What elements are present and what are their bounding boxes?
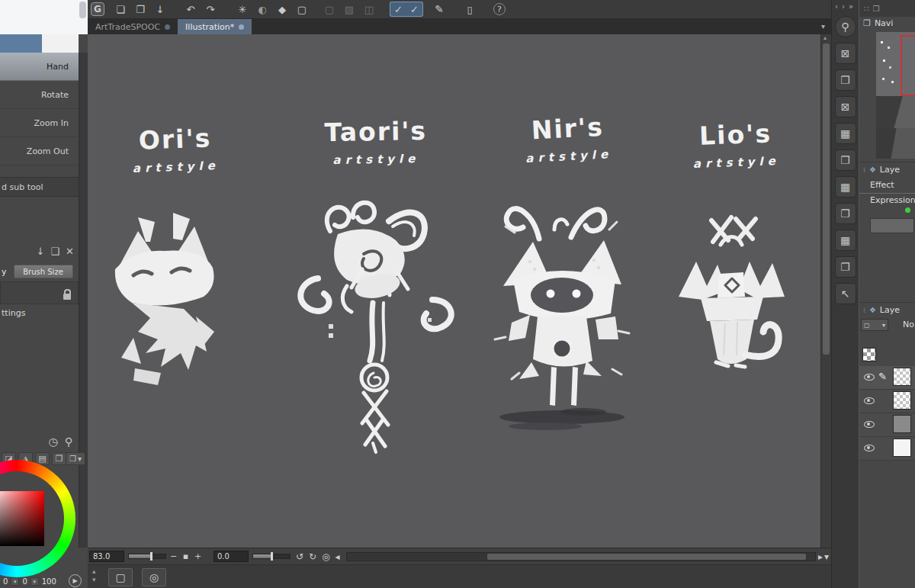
tool-item-hand[interactable]: Hand <box>0 53 79 81</box>
subtool-detail-panel-icon[interactable]: ⊠ <box>835 43 856 64</box>
layer-panel-header[interactable]: ⁞ ❖ Laye <box>859 302 915 315</box>
layer-row[interactable] <box>859 437 915 461</box>
chevron-left-icon[interactable]: ‹ <box>835 2 838 11</box>
auto-action-panel-icon[interactable]: ❐ <box>835 203 856 224</box>
layer-row[interactable] <box>859 390 915 413</box>
color-history-tab-icon[interactable]: ❐ <box>52 452 66 465</box>
save-icon[interactable]: ↓ <box>152 2 169 17</box>
tool-item-zoom-out[interactable]: Zoom Out <box>0 137 79 165</box>
import-sub-tool-icon[interactable]: ↓ <box>37 246 45 257</box>
color-set-panel-icon[interactable]: ▦ <box>835 123 856 144</box>
rotate-ccw-icon[interactable]: ↺ <box>296 551 303 562</box>
delete-sub-tool-icon[interactable]: ✕ <box>66 246 74 257</box>
layer-option-dropdown[interactable]: ▢ ▾ <box>861 319 888 331</box>
zoom-value-box[interactable]: 83.0 <box>89 551 124 562</box>
layer-property-panel-header[interactable]: ⁞ ❖ Laye <box>859 162 915 175</box>
search-icon[interactable]: ⚲ <box>65 435 72 448</box>
sub-view-panel-icon[interactable]: ❐ <box>835 256 856 278</box>
layer-visibility-eye-icon[interactable] <box>864 397 875 404</box>
snap-to-ruler-icon[interactable]: ✓ <box>390 2 406 17</box>
chevrons-right-icon[interactable]: » <box>849 2 853 11</box>
zoom-in-button[interactable]: + <box>193 551 203 561</box>
actual-size-icon[interactable]: ▪ <box>181 551 191 561</box>
color-square[interactable] <box>0 491 44 546</box>
gradient-icon[interactable]: ◐ <box>254 2 271 17</box>
scroll-right-icon[interactable]: ▸ <box>818 551 823 562</box>
color-mode-button[interactable]: ▶ <box>69 574 82 587</box>
zoom-out-button[interactable]: − <box>169 551 178 561</box>
reset-view-icon[interactable]: ◎ <box>322 551 329 562</box>
navigator-panel-header[interactable]: ❐ Navi <box>859 18 915 28</box>
scroll-up-icon[interactable]: ▴ <box>824 34 827 41</box>
tablet-mode-icon[interactable]: ▯ <box>461 2 478 17</box>
workspace-layout-button[interactable]: ▢ <box>108 568 133 586</box>
layer-thumbnail[interactable] <box>893 439 911 457</box>
rotation-value-box[interactable]: 0.0 <box>214 551 249 562</box>
pen-tool-icon[interactable]: ✎ <box>431 2 448 17</box>
layer-thumbnail[interactable] <box>893 391 911 410</box>
history-panel-icon[interactable]: ❐ <box>835 149 856 171</box>
tab-list-dropdown-icon[interactable]: ▾ <box>821 22 825 31</box>
layer-visibility-eye-icon[interactable] <box>864 374 875 381</box>
timeline-panel-icon[interactable]: ▦ <box>835 230 856 251</box>
canvas-vertical-scrollbar[interactable]: ▴ <box>820 34 831 548</box>
canvas-frame-icon[interactable]: ▢ <box>294 2 310 17</box>
navigator-viewport-frame[interactable] <box>901 35 915 96</box>
color-palette-menu-tab[interactable]: ❐▾ <box>66 452 85 465</box>
history-icon[interactable]: ◷ <box>49 435 58 448</box>
help-icon[interactable]: ? <box>493 3 506 15</box>
duplicate-sub-tool-icon[interactable]: ❑ <box>50 246 59 257</box>
quick-access-panel-icon[interactable]: ❐ <box>835 69 856 91</box>
panel-splitter[interactable] <box>79 53 88 548</box>
scroll-left-icon[interactable]: ◂ <box>336 551 340 562</box>
layer-visibility-eye-icon[interactable] <box>864 445 875 451</box>
information-panel-icon[interactable]: ▦ <box>835 176 856 198</box>
horizontal-scrollbar-thumb[interactable] <box>487 554 806 560</box>
selection-mask-icon[interactable]: ◫ <box>361 2 377 17</box>
selected-palette-item[interactable] <box>0 34 42 53</box>
selection-icon[interactable]: ▢ <box>321 2 338 17</box>
material-icon[interactable]: ◆ <box>274 2 291 17</box>
value-spinner-icon[interactable]: ▾ <box>30 577 39 586</box>
app-logo-icon[interactable]: G <box>91 2 104 16</box>
canvas-horizontal-scrollbar[interactable] <box>346 552 816 561</box>
chevron-right-icon[interactable]: › <box>842 2 845 11</box>
display-color-icon[interactable]: ✳ <box>234 2 251 17</box>
grip-icon[interactable]: ∷ <box>864 5 868 13</box>
caret-up-icon[interactable]: ▴ <box>92 567 96 576</box>
new-file-icon[interactable]: ❏ <box>112 2 129 17</box>
search-panel-icon[interactable]: ⚲ <box>835 16 856 37</box>
rotate-cw-icon[interactable]: ↻ <box>309 551 316 562</box>
brush-size-value-box[interactable] <box>0 281 79 304</box>
layer-thumbnail[interactable] <box>893 368 911 386</box>
selection-hatch-icon[interactable]: ▨ <box>341 2 358 17</box>
tab-illustration[interactable]: Illustration* <box>178 19 252 34</box>
navigator-preview[interactable] <box>876 32 915 128</box>
layer-row[interactable] <box>859 413 915 437</box>
snap-to-special-ruler-icon[interactable]: ✓ <box>406 2 423 17</box>
undo-icon[interactable]: ↶ <box>182 2 199 17</box>
redo-icon[interactable]: ↷ <box>202 2 219 17</box>
panel-scrollbar-thumb[interactable] <box>79 2 86 18</box>
fit-screen-button[interactable]: ◎ <box>142 568 166 586</box>
caret-down-icon[interactable]: ▾ <box>92 576 96 584</box>
layer-row[interactable]: ✎ <box>859 366 915 390</box>
layer-thumbnail[interactable] <box>893 415 911 433</box>
open-file-icon[interactable]: ❐ <box>132 2 149 17</box>
vertical-scrollbar-thumb[interactable] <box>823 43 830 355</box>
tool-item-zoom-in[interactable]: Zoom In <box>0 109 79 137</box>
transparency-checker-icon[interactable] <box>862 348 876 361</box>
drawing-canvas[interactable]: Ori's artstyle Taori's artstyle Nir's ar… <box>88 34 820 548</box>
zoom-slider[interactable] <box>128 554 166 559</box>
tab-arttradespooc[interactable]: ArtTradeSPOOC <box>88 19 178 34</box>
pull-out-panel-icon[interactable]: ↖ <box>835 283 856 304</box>
layer-visibility-eye-icon[interactable] <box>864 421 875 428</box>
expression-color-dropdown[interactable] <box>870 218 914 233</box>
blend-mode-value[interactable]: No <box>903 320 914 329</box>
tool-item-rotate[interactable]: Rotate <box>0 81 79 109</box>
lock-icon[interactable] <box>63 294 71 300</box>
material-panel-icon[interactable]: ⊠ <box>835 96 856 117</box>
scroll-down-icon[interactable]: ▾ <box>824 551 829 562</box>
value-spinner-icon[interactable]: ▾ <box>11 577 19 586</box>
brush-size-button[interactable]: Brush Size <box>14 265 73 278</box>
